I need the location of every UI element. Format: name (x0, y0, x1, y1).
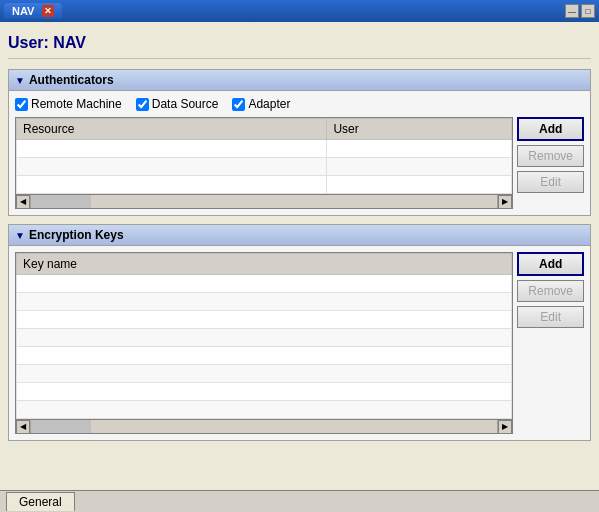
scrollbar-track[interactable] (30, 195, 498, 208)
adapter-label: Adapter (248, 97, 290, 111)
scroll-left-icon[interactable]: ◀ (16, 195, 30, 209)
close-tab-button[interactable]: ✕ (42, 5, 54, 17)
table-row[interactable] (17, 158, 512, 176)
data-source-checkbox[interactable] (136, 98, 149, 111)
remote-machine-label: Remote Machine (31, 97, 122, 111)
col-keyname: Key name (17, 254, 512, 275)
encryption-keys-table-wrapper: Key name (15, 252, 513, 434)
ek-scroll-right-icon[interactable]: ▶ (498, 420, 512, 434)
authenticators-checkboxes: Remote Machine Data Source Adapter (15, 97, 584, 111)
encryption-keys-table-container: Key name (15, 252, 584, 434)
table-row[interactable] (17, 365, 512, 383)
authenticators-buttons: Add Remove Edit (517, 117, 584, 209)
authenticators-body: Remote Machine Data Source Adapter (9, 91, 590, 215)
authenticators-scrollbar[interactable]: ◀ ▶ (15, 195, 513, 209)
encryption-keys-table-inner: Key name (15, 252, 513, 420)
minimize-icon: — (568, 7, 576, 16)
encryption-keys-label: Encryption Keys (29, 228, 124, 242)
encryption-keys-body: Key name (9, 246, 590, 440)
encryption-keys-remove-button[interactable]: Remove (517, 280, 584, 302)
table-row[interactable] (17, 383, 512, 401)
encryption-keys-chevron-icon: ▼ (15, 230, 25, 241)
col-resource: Resource (17, 119, 327, 140)
authenticators-label: Authenticators (29, 73, 114, 87)
table-row[interactable] (17, 347, 512, 365)
encryption-keys-scrollbar[interactable]: ◀ ▶ (15, 420, 513, 434)
data-source-label: Data Source (152, 97, 219, 111)
maximize-icon: □ (586, 7, 591, 16)
title-tab-label: NAV (12, 5, 34, 17)
adapter-checkbox[interactable] (232, 98, 245, 111)
table-row[interactable] (17, 176, 512, 194)
remote-machine-checkbox-item[interactable]: Remote Machine (15, 97, 122, 111)
table-row[interactable] (17, 140, 512, 158)
table-row[interactable] (17, 401, 512, 419)
authenticators-table: Resource User (16, 118, 512, 194)
table-row[interactable] (17, 329, 512, 347)
data-source-checkbox-item[interactable]: Data Source (136, 97, 219, 111)
table-row[interactable] (17, 275, 512, 293)
authenticators-section: ▼ Authenticators Remote Machine Data Sou… (8, 69, 591, 216)
window-controls: — □ (565, 4, 595, 18)
ek-scrollbar-thumb[interactable] (31, 420, 91, 433)
adapter-checkbox-item[interactable]: Adapter (232, 97, 290, 111)
page-title: User: NAV (8, 30, 591, 59)
close-icon: ✕ (44, 6, 52, 16)
scrollbar-thumb[interactable] (31, 195, 91, 208)
title-bar: NAV ✕ — □ (0, 0, 599, 22)
col-user: User (327, 119, 512, 140)
table-row[interactable] (17, 311, 512, 329)
table-row[interactable] (17, 293, 512, 311)
maximize-button[interactable]: □ (581, 4, 595, 18)
status-bar: General (0, 490, 599, 512)
encryption-keys-section: ▼ Encryption Keys Key name (8, 224, 591, 441)
authenticators-table-inner: Resource User (15, 117, 513, 195)
authenticators-edit-button[interactable]: Edit (517, 171, 584, 193)
authenticators-table-container: Resource User (15, 117, 584, 209)
encryption-keys-buttons: Add Remove Edit (517, 252, 584, 434)
authenticators-header[interactable]: ▼ Authenticators (9, 70, 590, 91)
authenticators-table-wrapper: Resource User (15, 117, 513, 209)
authenticators-chevron-icon: ▼ (15, 75, 25, 86)
authenticators-add-button[interactable]: Add (517, 117, 584, 141)
ek-scroll-left-icon[interactable]: ◀ (16, 420, 30, 434)
remote-machine-checkbox[interactable] (15, 98, 28, 111)
minimize-button[interactable]: — (565, 4, 579, 18)
scroll-right-icon[interactable]: ▶ (498, 195, 512, 209)
encryption-keys-header[interactable]: ▼ Encryption Keys (9, 225, 590, 246)
ek-scrollbar-track[interactable] (30, 420, 498, 433)
title-tab[interactable]: NAV ✕ (4, 3, 62, 19)
authenticators-remove-button[interactable]: Remove (517, 145, 584, 167)
encryption-keys-add-button[interactable]: Add (517, 252, 584, 276)
main-content: User: NAV ▼ Authenticators Remote Machin… (0, 22, 599, 490)
encryption-keys-edit-button[interactable]: Edit (517, 306, 584, 328)
encryption-keys-table: Key name (16, 253, 512, 419)
general-tab[interactable]: General (6, 492, 75, 511)
